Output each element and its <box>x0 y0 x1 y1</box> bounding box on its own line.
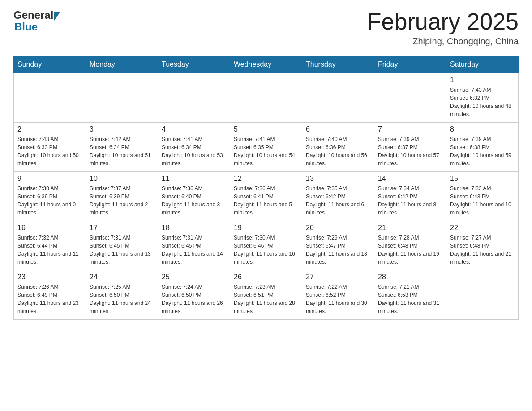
calendar-day-cell <box>302 73 374 123</box>
day-number: 22 <box>450 224 515 232</box>
calendar-day-cell: 20Sunrise: 7:29 AM Sunset: 6:47 PM Dayli… <box>302 221 374 270</box>
calendar-day-cell: 12Sunrise: 7:36 AM Sunset: 6:41 PM Dayli… <box>230 172 302 221</box>
day-of-week-header: Sunday <box>14 56 86 73</box>
day-number: 23 <box>17 273 82 281</box>
calendar-day-cell <box>14 73 86 123</box>
calendar-week-row: 9Sunrise: 7:38 AM Sunset: 6:39 PM Daylig… <box>14 172 519 221</box>
calendar-day-cell: 8Sunrise: 7:39 AM Sunset: 6:38 PM Daylig… <box>446 123 519 172</box>
calendar-day-cell <box>374 73 446 123</box>
calendar-table: SundayMondayTuesdayWednesdayThursdayFrid… <box>13 56 519 320</box>
day-number: 2 <box>17 125 82 133</box>
day-info: Sunrise: 7:28 AM Sunset: 6:48 PM Dayligh… <box>378 234 442 266</box>
day-info: Sunrise: 7:35 AM Sunset: 6:42 PM Dayligh… <box>306 184 370 217</box>
day-of-week-header: Wednesday <box>230 56 302 73</box>
page-header: General Blue February 2025 Zhiping, Chon… <box>13 9 519 47</box>
day-of-week-header: Thursday <box>302 56 374 73</box>
day-info: Sunrise: 7:37 AM Sunset: 6:39 PM Dayligh… <box>90 184 154 217</box>
logo-general-text: General <box>13 9 53 21</box>
day-info: Sunrise: 7:39 AM Sunset: 6:37 PM Dayligh… <box>378 135 442 167</box>
calendar-day-cell: 14Sunrise: 7:34 AM Sunset: 6:42 PM Dayli… <box>374 172 446 221</box>
calendar-day-cell: 15Sunrise: 7:33 AM Sunset: 6:43 PM Dayli… <box>446 172 519 221</box>
day-info: Sunrise: 7:31 AM Sunset: 6:45 PM Dayligh… <box>162 234 226 266</box>
day-number: 7 <box>378 125 442 133</box>
calendar-day-cell: 17Sunrise: 7:31 AM Sunset: 6:45 PM Dayli… <box>86 221 158 270</box>
day-number: 12 <box>234 175 298 183</box>
day-number: 8 <box>450 125 515 133</box>
day-info: Sunrise: 7:27 AM Sunset: 6:48 PM Dayligh… <box>450 234 515 266</box>
calendar-day-cell: 5Sunrise: 7:41 AM Sunset: 6:35 PM Daylig… <box>230 123 302 172</box>
day-of-week-header: Friday <box>374 56 446 73</box>
calendar-day-cell: 19Sunrise: 7:30 AM Sunset: 6:46 PM Dayli… <box>230 221 302 270</box>
calendar-day-cell: 27Sunrise: 7:22 AM Sunset: 6:52 PM Dayli… <box>302 270 374 320</box>
calendar-day-cell: 1Sunrise: 7:43 AM Sunset: 6:32 PM Daylig… <box>446 73 519 123</box>
calendar-day-cell: 28Sunrise: 7:21 AM Sunset: 6:53 PM Dayli… <box>374 270 446 320</box>
calendar-day-cell: 22Sunrise: 7:27 AM Sunset: 6:48 PM Dayli… <box>446 221 519 270</box>
day-number: 10 <box>90 175 154 183</box>
calendar-day-cell: 2Sunrise: 7:43 AM Sunset: 6:33 PM Daylig… <box>14 123 86 172</box>
day-info: Sunrise: 7:41 AM Sunset: 6:34 PM Dayligh… <box>162 135 226 167</box>
day-number: 5 <box>234 125 298 133</box>
calendar-day-cell <box>158 73 230 123</box>
day-of-week-header: Saturday <box>446 56 519 73</box>
calendar-day-cell: 4Sunrise: 7:41 AM Sunset: 6:34 PM Daylig… <box>158 123 230 172</box>
calendar-subtitle: Zhiping, Chongqing, China <box>367 36 519 47</box>
day-of-week-header: Monday <box>86 56 158 73</box>
calendar-day-cell <box>86 73 158 123</box>
day-info: Sunrise: 7:23 AM Sunset: 6:51 PM Dayligh… <box>234 283 298 315</box>
calendar-day-cell: 16Sunrise: 7:32 AM Sunset: 6:44 PM Dayli… <box>14 221 86 270</box>
day-info: Sunrise: 7:43 AM Sunset: 6:32 PM Dayligh… <box>450 86 515 118</box>
day-number: 26 <box>234 273 298 281</box>
day-info: Sunrise: 7:38 AM Sunset: 6:39 PM Dayligh… <box>17 184 82 217</box>
day-number: 21 <box>378 224 442 232</box>
day-info: Sunrise: 7:22 AM Sunset: 6:52 PM Dayligh… <box>306 283 370 315</box>
calendar-day-cell: 3Sunrise: 7:42 AM Sunset: 6:34 PM Daylig… <box>86 123 158 172</box>
calendar-day-cell: 25Sunrise: 7:24 AM Sunset: 6:50 PM Dayli… <box>158 270 230 320</box>
day-number: 9 <box>17 175 82 183</box>
calendar-day-cell: 11Sunrise: 7:36 AM Sunset: 6:40 PM Dayli… <box>158 172 230 221</box>
calendar-day-cell: 10Sunrise: 7:37 AM Sunset: 6:39 PM Dayli… <box>86 172 158 221</box>
calendar-week-row: 16Sunrise: 7:32 AM Sunset: 6:44 PM Dayli… <box>14 221 519 270</box>
day-info: Sunrise: 7:26 AM Sunset: 6:49 PM Dayligh… <box>17 283 82 315</box>
day-number: 6 <box>306 125 370 133</box>
day-number: 15 <box>450 175 515 183</box>
day-info: Sunrise: 7:21 AM Sunset: 6:53 PM Dayligh… <box>378 283 442 315</box>
day-number: 4 <box>162 125 226 133</box>
day-number: 28 <box>378 273 442 281</box>
calendar-day-cell: 9Sunrise: 7:38 AM Sunset: 6:39 PM Daylig… <box>14 172 86 221</box>
day-number: 11 <box>162 175 226 183</box>
day-number: 17 <box>90 224 154 232</box>
day-info: Sunrise: 7:32 AM Sunset: 6:44 PM Dayligh… <box>17 234 82 266</box>
day-number: 3 <box>90 125 154 133</box>
day-info: Sunrise: 7:31 AM Sunset: 6:45 PM Dayligh… <box>90 234 154 266</box>
day-info: Sunrise: 7:40 AM Sunset: 6:36 PM Dayligh… <box>306 135 370 167</box>
day-info: Sunrise: 7:36 AM Sunset: 6:40 PM Dayligh… <box>162 184 226 217</box>
logo-triangle-icon <box>54 12 60 21</box>
day-number: 27 <box>306 273 370 281</box>
day-info: Sunrise: 7:24 AM Sunset: 6:50 PM Dayligh… <box>162 283 226 315</box>
calendar-week-row: 23Sunrise: 7:26 AM Sunset: 6:49 PM Dayli… <box>14 270 519 320</box>
calendar-day-cell: 26Sunrise: 7:23 AM Sunset: 6:51 PM Dayli… <box>230 270 302 320</box>
title-block: February 2025 Zhiping, Chongqing, China <box>367 9 519 47</box>
day-number: 18 <box>162 224 226 232</box>
day-number: 25 <box>162 273 226 281</box>
day-info: Sunrise: 7:33 AM Sunset: 6:43 PM Dayligh… <box>450 184 515 217</box>
day-info: Sunrise: 7:34 AM Sunset: 6:42 PM Dayligh… <box>378 184 442 217</box>
day-info: Sunrise: 7:36 AM Sunset: 6:41 PM Dayligh… <box>234 184 298 217</box>
day-info: Sunrise: 7:29 AM Sunset: 6:47 PM Dayligh… <box>306 234 370 266</box>
logo: General Blue <box>13 9 60 33</box>
day-number: 1 <box>450 76 515 84</box>
day-number: 14 <box>378 175 442 183</box>
calendar-day-cell: 13Sunrise: 7:35 AM Sunset: 6:42 PM Dayli… <box>302 172 374 221</box>
day-number: 16 <box>17 224 82 232</box>
day-number: 13 <box>306 175 370 183</box>
calendar-day-cell <box>230 73 302 123</box>
calendar-title: February 2025 <box>367 9 519 34</box>
calendar-day-cell: 21Sunrise: 7:28 AM Sunset: 6:48 PM Dayli… <box>374 221 446 270</box>
day-info: Sunrise: 7:41 AM Sunset: 6:35 PM Dayligh… <box>234 135 298 167</box>
day-info: Sunrise: 7:39 AM Sunset: 6:38 PM Dayligh… <box>450 135 515 167</box>
logo-blue-text: Blue <box>14 21 38 33</box>
day-number: 20 <box>306 224 370 232</box>
calendar-week-row: 1Sunrise: 7:43 AM Sunset: 6:32 PM Daylig… <box>14 73 519 123</box>
calendar-day-cell: 7Sunrise: 7:39 AM Sunset: 6:37 PM Daylig… <box>374 123 446 172</box>
day-number: 24 <box>90 273 154 281</box>
